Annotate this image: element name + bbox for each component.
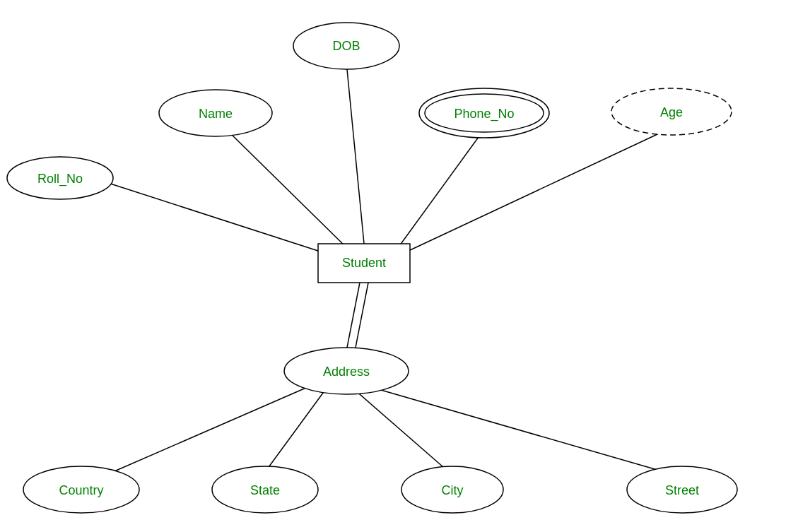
svg-line-5	[346, 279, 360, 351]
name-label: Name	[199, 107, 233, 121]
dob-label: DOB	[332, 39, 360, 53]
city-label: City	[442, 483, 464, 497]
er-diagram: Student DOB Name Phone_No Age Roll_No Ad…	[0, 0, 786, 532]
state-label: State	[250, 483, 280, 497]
svg-line-0	[346, 62, 365, 251]
svg-line-9	[355, 390, 449, 472]
svg-line-1	[226, 129, 350, 251]
phone-no-label: Phone_No	[454, 107, 514, 122]
street-label: Street	[665, 483, 699, 497]
svg-line-6	[355, 279, 369, 351]
age-label: Age	[660, 105, 683, 119]
student-label: Student	[342, 256, 386, 270]
address-label: Address	[323, 365, 370, 379]
svg-line-4	[106, 182, 346, 260]
svg-line-2	[396, 129, 484, 251]
svg-line-3	[409, 129, 668, 251]
country-label: Country	[59, 483, 103, 497]
svg-line-10	[371, 387, 664, 472]
roll-no-label: Roll_No	[37, 172, 83, 187]
svg-line-7	[110, 387, 307, 473]
